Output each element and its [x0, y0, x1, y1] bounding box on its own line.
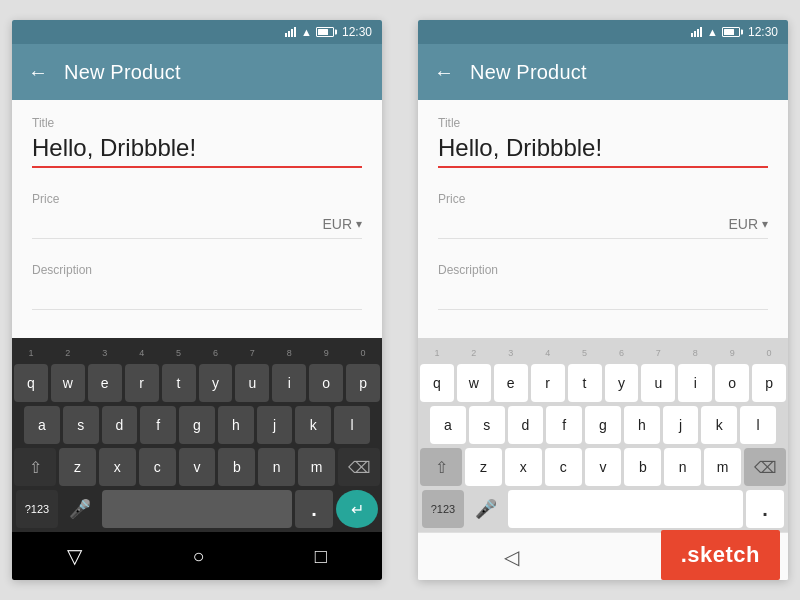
num123-key-light[interactable]: ?123 [422, 490, 464, 528]
key-i[interactable]: i [272, 364, 306, 402]
signal-icon [285, 28, 297, 37]
title-field-dark: Title Hello, Dribbble! [32, 116, 362, 168]
key-l-y[interactable]: y [605, 364, 639, 402]
title-value-light[interactable]: Hello, Dribbble! [438, 134, 768, 168]
key-g[interactable]: g [179, 406, 215, 444]
key-o[interactable]: o [309, 364, 343, 402]
key-l-i[interactable]: i [678, 364, 712, 402]
num123-key-dark[interactable]: ?123 [16, 490, 58, 528]
bottom-row-dark: ?123 🎤 . ↵ [14, 490, 380, 528]
dot-key-dark[interactable]: . [295, 490, 333, 528]
key-l-m[interactable]: m [704, 448, 741, 486]
hint-l-5: 5 [568, 342, 602, 364]
key-l-n[interactable]: n [664, 448, 701, 486]
key-x[interactable]: x [99, 448, 136, 486]
key-l-l[interactable]: l [740, 406, 776, 444]
nav-back-dark[interactable]: ▽ [67, 544, 82, 568]
key-a[interactable]: a [24, 406, 60, 444]
key-l-d[interactable]: d [508, 406, 544, 444]
key-c[interactable]: c [139, 448, 176, 486]
key-b[interactable]: b [218, 448, 255, 486]
spacebar-dark[interactable] [102, 490, 292, 528]
hint-1: 1 [14, 342, 48, 364]
toolbar-light: ← New Product [418, 44, 788, 100]
title-value-dark[interactable]: Hello, Dribbble! [32, 134, 362, 168]
key-y[interactable]: y [199, 364, 233, 402]
key-w[interactable]: w [51, 364, 85, 402]
key-u[interactable]: u [235, 364, 269, 402]
mic-key-dark[interactable]: 🎤 [61, 490, 99, 528]
currency-select-light[interactable]: EUR ▾ [728, 216, 768, 234]
key-l-u[interactable]: u [641, 364, 675, 402]
key-l-a[interactable]: a [430, 406, 466, 444]
key-h[interactable]: h [218, 406, 254, 444]
hint-l-3: 3 [494, 342, 528, 364]
currency-arrow-dark: ▾ [356, 217, 362, 231]
key-n[interactable]: n [258, 448, 295, 486]
hint-l-6: 6 [605, 342, 639, 364]
key-p[interactable]: p [346, 364, 380, 402]
wifi-icon: ▲ [301, 26, 312, 38]
desc-value-dark[interactable] [32, 281, 362, 305]
key-l-v[interactable]: v [585, 448, 622, 486]
description-group-light: Description [438, 263, 768, 310]
key-j[interactable]: j [257, 406, 293, 444]
key-l-c[interactable]: c [545, 448, 582, 486]
key-l-s[interactable]: s [469, 406, 505, 444]
key-l-f[interactable]: f [546, 406, 582, 444]
desc-label-light: Description [438, 263, 768, 277]
shift-key-light[interactable]: ⇧ [420, 448, 462, 486]
key-l-x[interactable]: x [505, 448, 542, 486]
hint-l-2: 2 [457, 342, 491, 364]
key-z[interactable]: z [59, 448, 96, 486]
hint-l-9: 9 [715, 342, 749, 364]
phone-dark: ▲ 12:30 ← New Product Title Hello, Dribb… [12, 20, 382, 580]
title-field-light: Title Hello, Dribbble! [438, 116, 768, 168]
dot-key-light[interactable]: . [746, 490, 784, 528]
key-v[interactable]: v [179, 448, 216, 486]
key-k[interactable]: k [295, 406, 331, 444]
key-d[interactable]: d [102, 406, 138, 444]
nav-home-dark[interactable]: ○ [192, 545, 204, 568]
enter-key-dark[interactable]: ↵ [336, 490, 378, 528]
price-value-light[interactable] [438, 210, 720, 234]
key-l-z[interactable]: z [465, 448, 502, 486]
key-l[interactable]: l [334, 406, 370, 444]
key-l-j[interactable]: j [663, 406, 699, 444]
key-t[interactable]: t [162, 364, 196, 402]
hint-l-7: 7 [641, 342, 675, 364]
battery-icon-light [722, 27, 740, 37]
mic-key-light[interactable]: 🎤 [467, 490, 505, 528]
key-r[interactable]: r [125, 364, 159, 402]
back-button-dark[interactable]: ← [28, 61, 48, 84]
price-value-dark[interactable] [32, 210, 314, 234]
time-display-dark: 12:30 [342, 25, 372, 39]
key-l-e[interactable]: e [494, 364, 528, 402]
key-l-g[interactable]: g [585, 406, 621, 444]
key-l-r[interactable]: r [531, 364, 565, 402]
desc-value-light[interactable] [438, 281, 768, 305]
key-m[interactable]: m [298, 448, 335, 486]
spacebar-light[interactable] [508, 490, 743, 528]
key-q[interactable]: q [14, 364, 48, 402]
shift-key-dark[interactable]: ⇧ [14, 448, 56, 486]
key-l-q[interactable]: q [420, 364, 454, 402]
key-l-p[interactable]: p [752, 364, 786, 402]
nav-recent-dark[interactable]: □ [315, 545, 327, 568]
back-button-light[interactable]: ← [434, 61, 454, 84]
nav-back-light[interactable]: ◁ [504, 545, 519, 569]
currency-select-dark[interactable]: EUR ▾ [322, 216, 362, 234]
backspace-key-light[interactable]: ⌫ [744, 448, 786, 486]
key-s[interactable]: s [63, 406, 99, 444]
key-l-w[interactable]: w [457, 364, 491, 402]
key-e[interactable]: e [88, 364, 122, 402]
key-l-k[interactable]: k [701, 406, 737, 444]
key-l-b[interactable]: b [624, 448, 661, 486]
key-l-h[interactable]: h [624, 406, 660, 444]
backspace-key-dark[interactable]: ⌫ [338, 448, 380, 486]
title-label-dark: Title [32, 116, 362, 130]
key-l-t[interactable]: t [568, 364, 602, 402]
price-input-light: Price [438, 192, 720, 234]
key-f[interactable]: f [140, 406, 176, 444]
key-l-o[interactable]: o [715, 364, 749, 402]
